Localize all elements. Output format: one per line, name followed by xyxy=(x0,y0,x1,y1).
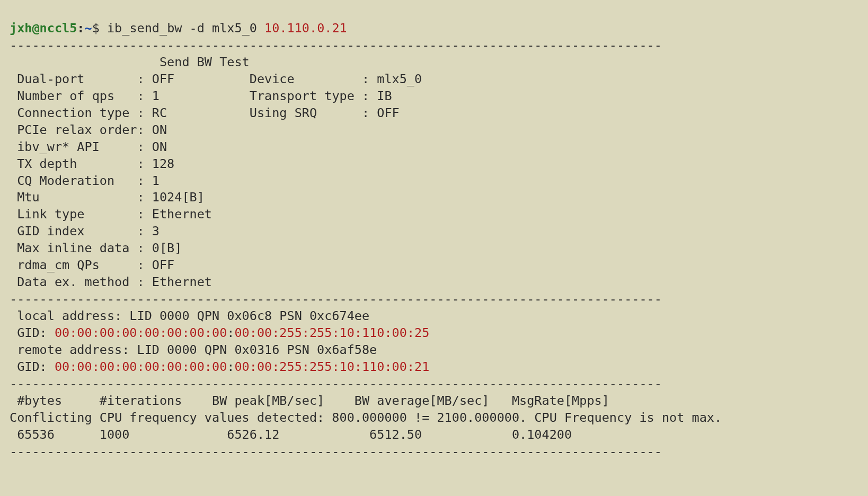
prompt-host: nccl5 xyxy=(40,21,77,36)
prop-link-type: Link type : Ethernet xyxy=(10,207,212,222)
prop-ibv-wr: ibv_wr* API : ON xyxy=(10,139,167,154)
prop-mtu: Mtu : 1024[B] xyxy=(10,190,205,205)
prop-pcie-relax: PCIe relax order: ON xyxy=(10,122,167,137)
results-header: #bytes #iterations BW peak[MB/sec] BW av… xyxy=(10,393,609,408)
prompt-colon: : xyxy=(77,21,84,36)
remote-gid-sep: : xyxy=(227,359,234,374)
remote-address: remote address: LID 0000 QPN 0x0316 PSN … xyxy=(10,342,377,357)
prop-rdma-cm: rdma_cm QPs : OFF xyxy=(10,258,174,272)
local-address: local address: LID 0000 QPN 0x06c8 PSN 0… xyxy=(10,308,369,323)
prop-gid-index: GID index : 3 xyxy=(10,224,160,238)
remote-gid-part-b: 00:00:255:255:10:110:00:21 xyxy=(234,359,429,374)
local-gid-label: GID: xyxy=(10,325,55,340)
prop-max-inline: Max inline data : 0[B] xyxy=(10,241,182,255)
prompt-user: jxh xyxy=(10,21,32,36)
separator-line: ----------------------------------------… xyxy=(10,376,662,391)
separator-line: ----------------------------------------… xyxy=(10,444,662,459)
local-gid-part-a: 00:00:00:00:00:00:00:00 xyxy=(55,325,227,340)
terminal-output[interactable]: jxh@nccl5:~$ ib_send_bw -d mlx5_0 10.110… xyxy=(0,0,868,466)
prop-cq-moderation: CQ Moderation : 1 xyxy=(10,173,160,188)
results-row: 65536 1000 6526.12 6512.50 0.104200 xyxy=(10,427,572,442)
prop-dual-port: Dual-port : OFF Device : mlx5_0 xyxy=(10,72,422,86)
prop-tx-depth: TX depth : 128 xyxy=(10,156,174,171)
prompt-dollar: $ xyxy=(92,21,107,36)
local-gid-part-b: 00:00:255:255:10:110:00:25 xyxy=(234,325,429,340)
separator-line: ----------------------------------------… xyxy=(10,291,662,306)
command-text: ib_send_bw -d mlx5_0 xyxy=(107,21,264,36)
remote-gid-label: GID: xyxy=(10,359,55,374)
test-title: Send BW Test xyxy=(10,55,250,69)
prop-connection-type: Connection type : RC Using SRQ : OFF xyxy=(10,105,400,120)
command-target-ip: 10.110.0.21 xyxy=(264,21,347,36)
prompt-path: ~ xyxy=(85,21,92,36)
prop-num-qps: Number of qps : 1 Transport type : IB xyxy=(10,88,392,103)
prompt-at: @ xyxy=(32,21,39,36)
prompt: jxh@nccl5:~$ xyxy=(10,21,107,36)
cpu-freq-warning: Conflicting CPU frequency values detecte… xyxy=(10,410,722,425)
remote-gid-part-a: 00:00:00:00:00:00:00:00 xyxy=(55,359,227,374)
prop-data-ex: Data ex. method : Ethernet xyxy=(10,274,212,289)
local-gid-sep: : xyxy=(227,325,234,340)
separator-line: ----------------------------------------… xyxy=(10,38,662,52)
